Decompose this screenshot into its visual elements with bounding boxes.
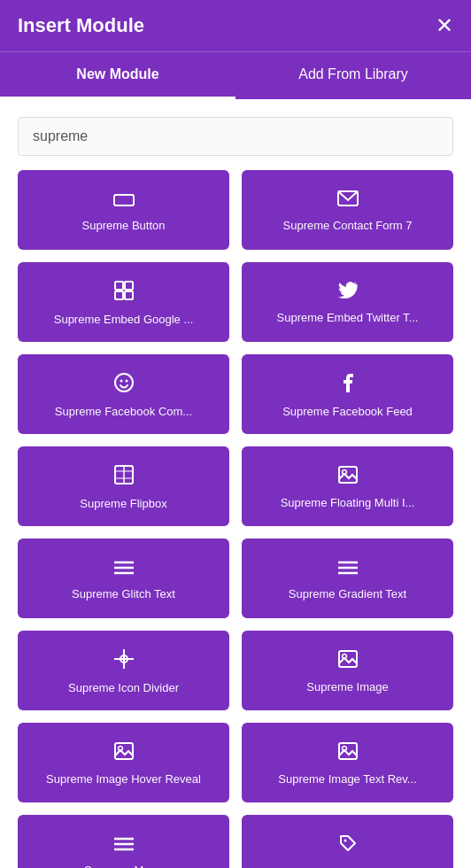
svg-point-33 — [344, 839, 346, 841]
module-card[interactable]: Supreme Image — [242, 631, 453, 710]
svg-rect-2 — [115, 282, 123, 290]
svg-rect-4 — [115, 291, 123, 299]
module-icon — [342, 373, 354, 396]
tab-add-from-library[interactable]: Add From Library — [236, 52, 471, 99]
search-area — [0, 99, 471, 156]
modal-title: Insert Module — [18, 14, 144, 37]
module-icon — [337, 190, 359, 210]
module-label: Supreme Flipbox — [80, 497, 166, 512]
modal-header: Insert Module ✕ — [0, 0, 471, 51]
module-label: Supreme Text Badges — [291, 865, 405, 868]
module-card[interactable]: Supreme Image Text Rev... — [242, 723, 453, 802]
close-button[interactable]: ✕ — [436, 15, 453, 36]
module-icon — [114, 465, 134, 488]
module-icon — [114, 281, 134, 304]
svg-point-7 — [120, 379, 122, 382]
module-card[interactable]: Supreme Floating Multi I... — [242, 446, 453, 526]
module-card[interactable]: Supreme Image Hover Reveal — [18, 723, 229, 802]
module-icon — [338, 650, 358, 671]
module-label: Supreme Gradient Text — [289, 587, 406, 602]
module-icon — [114, 373, 134, 396]
svg-rect-3 — [125, 282, 133, 290]
module-label: Supreme Glitch Text — [72, 587, 175, 602]
module-icon — [114, 742, 134, 763]
module-label: Supreme Image Text Rev... — [278, 772, 416, 787]
svg-rect-24 — [339, 651, 357, 667]
svg-point-8 — [125, 379, 127, 382]
module-card[interactable]: Supreme Embed Google ... — [18, 262, 229, 342]
svg-rect-5 — [125, 291, 133, 299]
module-card[interactable]: Supreme Text Badges — [242, 815, 453, 868]
module-card[interactable]: Supreme Menu — [18, 815, 229, 868]
module-icon — [114, 835, 134, 855]
module-grid: Supreme ButtonSupreme Contact Form 7Supr… — [0, 156, 471, 868]
module-icon — [114, 649, 134, 672]
svg-rect-0 — [114, 195, 134, 205]
module-icon — [338, 466, 358, 487]
module-icon — [338, 559, 358, 578]
module-label: Supreme Facebook Com... — [55, 405, 192, 420]
svg-rect-28 — [339, 743, 357, 759]
module-icon — [113, 190, 135, 210]
module-label: Supreme Contact Form 7 — [283, 219, 413, 234]
module-card[interactable]: Supreme Flipbox — [18, 446, 229, 526]
tab-bar: New Module Add From Library — [0, 51, 471, 99]
module-label: Supreme Floating Multi I... — [281, 496, 415, 511]
module-label: Supreme Menu — [84, 864, 163, 868]
module-card[interactable]: Supreme Gradient Text — [242, 539, 453, 618]
svg-rect-13 — [339, 467, 357, 483]
module-label: Supreme Image Hover Reveal — [46, 772, 201, 787]
svg-rect-26 — [115, 743, 133, 759]
module-label: Supreme Image — [306, 680, 389, 695]
module-card[interactable]: Supreme Glitch Text — [18, 539, 229, 618]
module-card[interactable]: Supreme Button — [18, 170, 229, 250]
module-card[interactable]: Supreme Icon Divider — [18, 631, 229, 710]
module-label: Supreme Button — [82, 219, 166, 234]
module-card[interactable]: Supreme Embed Twitter T... — [242, 262, 453, 342]
module-icon — [338, 742, 358, 763]
module-icon — [338, 833, 358, 856]
module-label: Supreme Icon Divider — [68, 681, 179, 696]
module-label: Supreme Embed Google ... — [54, 313, 194, 328]
module-icon — [114, 559, 134, 578]
module-card[interactable]: Supreme Facebook Com... — [18, 354, 229, 434]
search-input[interactable] — [18, 117, 453, 156]
module-label: Supreme Embed Twitter T... — [277, 311, 419, 326]
module-icon — [338, 282, 358, 302]
module-card[interactable]: Supreme Contact Form 7 — [242, 170, 453, 250]
tab-new-module[interactable]: New Module — [0, 52, 236, 99]
module-card[interactable]: Supreme Facebook Feed — [242, 354, 453, 434]
svg-point-6 — [115, 374, 133, 391]
module-label: Supreme Facebook Feed — [282, 405, 413, 420]
